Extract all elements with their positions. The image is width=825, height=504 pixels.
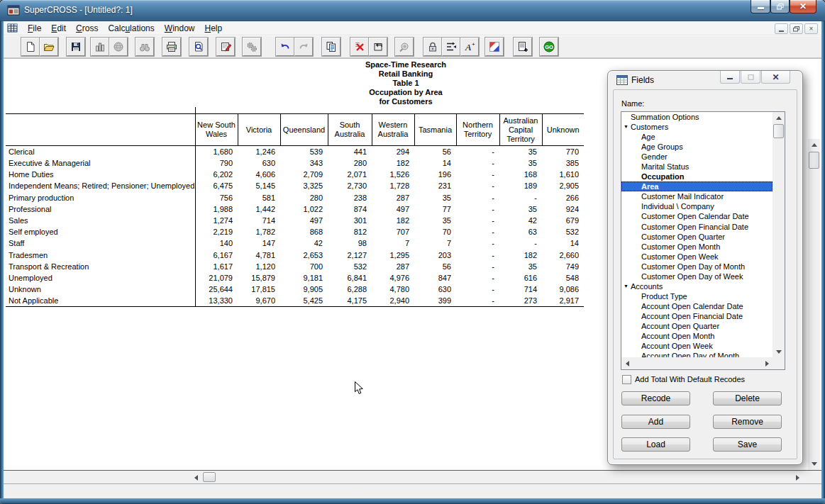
list-vertical-scrollbar[interactable] [773,112,785,357]
data-cell[interactable]: - [499,237,542,249]
field-item[interactable]: Area [621,181,773,191]
dialog-maximize-button[interactable] [741,71,760,84]
data-cell[interactable]: 2,917 [542,295,584,307]
data-cell[interactable]: 56 [414,261,456,272]
row-label[interactable]: Executive & Managerial [6,157,195,169]
data-cell[interactable]: 147 [238,237,280,249]
add-table-button[interactable] [514,38,532,56]
go-button[interactable]: GO [540,38,558,56]
data-cell[interactable]: - [456,146,499,158]
mdi-close-button[interactable]: × [804,23,818,34]
menu-item-edit[interactable]: Edit [46,22,71,35]
new-document-button[interactable] [21,38,40,56]
data-cell[interactable]: 7 [414,237,456,249]
row-label[interactable]: Self employed [6,226,195,237]
field-item[interactable]: Age [621,132,773,142]
field-item[interactable]: Marital Status [621,162,773,172]
data-cell[interactable]: 280 [328,157,372,169]
data-cell[interactable]: 532 [328,261,372,272]
row-label[interactable]: Staff [6,237,195,249]
data-cell[interactable]: 1,295 [372,250,414,261]
data-cell[interactable]: 616 [499,272,542,284]
remove-button[interactable]: Remove [713,415,782,429]
data-cell[interactable]: 35 [499,203,542,215]
restore-button[interactable] [770,0,790,13]
scroll-right-button[interactable] [792,471,804,483]
data-cell[interactable]: 5,145 [238,180,280,191]
horizontal-scroll-thumb[interactable] [203,472,216,482]
field-item[interactable]: Occupation [621,172,773,181]
data-cell[interactable]: 714 [499,284,542,295]
data-cell[interactable]: 98 [328,237,372,249]
data-cell[interactable]: 9,086 [542,284,584,295]
data-cell[interactable]: - [456,295,499,307]
data-cell[interactable]: - [456,226,499,237]
data-cell[interactable]: 3,325 [280,180,328,191]
field-item[interactable]: Customer Open Day of Week [621,271,773,281]
data-cell[interactable]: 756 [195,192,238,203]
data-cell[interactable]: 17,815 [238,284,280,295]
data-cell[interactable]: 790 [195,157,238,169]
data-cell[interactable]: 77 [414,203,456,215]
dialog-close-button[interactable]: ✕ [761,71,790,84]
redo-button[interactable] [294,38,313,56]
load-button[interactable]: Load [621,437,690,452]
field-list-button[interactable] [442,38,460,56]
data-cell[interactable]: 266 [542,192,584,203]
collapse-arrow-icon[interactable]: ▼ [624,281,629,291]
undo-button[interactable] [276,38,294,56]
data-cell[interactable]: 1,274 [195,215,238,226]
row-label[interactable]: Clerical [6,146,195,158]
data-cell[interactable]: 1,022 [280,203,328,215]
data-cell[interactable]: 13,330 [195,295,238,307]
save-button[interactable] [67,38,85,56]
data-cell[interactable]: - [456,180,499,191]
scroll-up-button[interactable] [808,139,820,151]
data-cell[interactable]: 4,976 [372,272,414,284]
data-cell[interactable]: 868 [280,226,328,237]
data-cell[interactable]: 539 [280,146,328,158]
data-cell[interactable]: 1,120 [238,261,280,272]
list-vertical-scroll-thumb[interactable] [773,124,784,138]
column-header[interactable]: Queensland [280,114,328,146]
data-cell[interactable]: 5,425 [280,295,328,307]
data-cell[interactable]: 4,606 [238,169,280,180]
field-item[interactable]: Account Open Month [621,331,773,341]
data-cell[interactable]: 1,246 [238,146,280,158]
data-cell[interactable]: 1,526 [372,169,414,180]
data-cell[interactable]: 812 [328,226,372,237]
row-label[interactable]: Unemployed [6,272,195,284]
data-cell[interactable]: 9,905 [280,284,328,295]
horizontal-scrollbar[interactable] [4,470,821,483]
data-cell[interactable]: 700 [280,261,328,272]
data-cell[interactable]: 35 [499,157,542,169]
field-item[interactable]: Account Open Financial Date [621,311,773,321]
data-cell[interactable]: 35 [499,261,542,272]
field-item[interactable]: Individual \ Company [621,201,773,211]
collapse-arrow-icon[interactable]: ▼ [624,122,629,132]
column-header[interactable]: Australian Capital Territory [499,114,542,146]
data-cell[interactable]: 1,680 [195,146,238,158]
delete-button[interactable]: Delete [713,391,782,405]
data-cell[interactable]: 35 [414,192,456,203]
row-label[interactable]: Tradesmen [6,250,195,261]
scroll-left-button[interactable] [190,471,202,483]
column-header[interactable]: Western Australia [372,114,414,146]
data-cell[interactable]: 6,202 [195,169,238,180]
add-button[interactable]: Add [621,415,690,429]
field-item[interactable]: Age Groups [621,142,773,152]
find-button[interactable] [135,38,154,56]
data-cell[interactable]: 2,730 [328,180,372,191]
data-cell[interactable]: 6,475 [195,180,238,191]
field-item[interactable]: ▼Accounts [621,281,773,291]
data-cell[interactable]: 301 [328,215,372,226]
data-cell[interactable]: 14 [414,157,456,169]
data-cell[interactable]: 679 [542,215,584,226]
lock-button[interactable] [423,38,442,56]
print-preview-button[interactable] [189,38,208,56]
data-cell[interactable]: - [456,237,499,249]
data-cell[interactable]: 21,079 [195,272,238,284]
data-cell[interactable]: 2,127 [328,250,372,261]
data-cell[interactable]: 280 [280,192,328,203]
data-cell[interactable]: - [456,250,499,261]
